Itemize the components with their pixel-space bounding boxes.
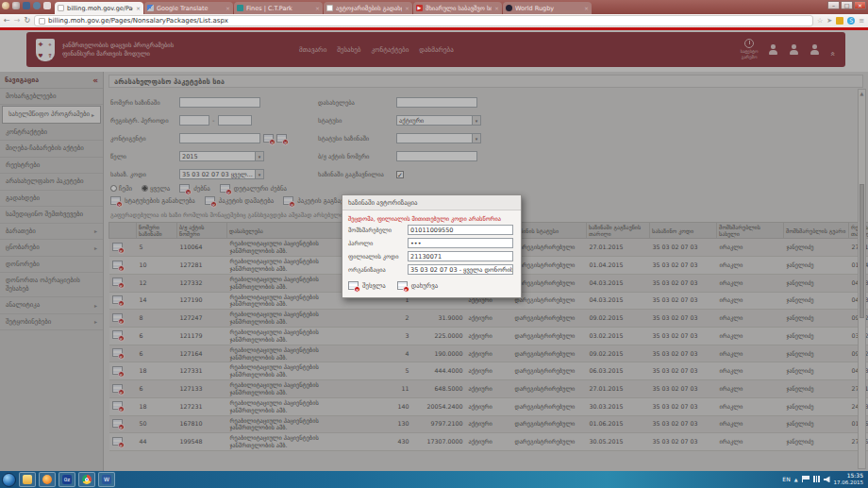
row-edit-cell[interactable]: × [109,362,137,380]
reload-button[interactable]: ↻ [24,16,30,25]
url-text[interactable]: billing.moh.gov.ge/Pages/NonsalaryPackag… [48,17,228,25]
clock[interactable]: 15:35 17.06.2015 [834,473,864,485]
menu-icon[interactable]: ≡ [859,17,864,25]
filter-input[interactable] [396,151,477,161]
search-button[interactable]: ×ძებნა [179,184,210,193]
table-row[interactable]: ×6127164რეაბილიტაციული პაციენტების ჯანმრ… [109,345,868,362]
collapse-header-icon[interactable]: « [828,51,838,57]
table-row[interactable]: ×6127133რეაბილიტაციული პაციენტების ჯანმრ… [109,380,868,398]
row-edit-cell[interactable]: × [109,310,137,328]
modal-field-input[interactable]: ••• [408,238,513,248]
close-modal-button[interactable]: ×დახურვა [397,281,438,290]
network-icon[interactable] [813,476,820,482]
sidebar-collapse-icon[interactable]: « [92,76,98,85]
filter-select[interactable]: 35 03 02 07 03 ყველ... [179,169,264,179]
nav-link[interactable]: დახმარება [419,46,453,54]
sidebar-item[interactable]: მოსარგებლეები [0,89,103,105]
action-button[interactable]: ×პაკეტის გაგზავნა [283,196,350,205]
nav-link[interactable]: მთავარი [299,46,326,54]
skype-extension-icon[interactable]: S [847,17,855,25]
sidebar-item[interactable]: კონტრაქტები [0,125,103,141]
radio-option[interactable]: ყველა [142,185,170,193]
sidebar-item[interactable]: გადახდები [0,191,103,207]
column-header[interactable] [109,223,137,239]
table-row[interactable]: ×50167810რეაბილიტაციული პაციენტების ჯანმ… [109,415,868,433]
close-button[interactable]: × [854,1,866,9]
nav-link[interactable]: შესახებ [337,46,360,54]
filter-select[interactable]: 2015 [179,151,264,161]
column-header[interactable]: მომხმარებლის გვარი [784,223,849,239]
filter-input-from[interactable] [179,115,209,126]
user-settings-icon[interactable] [789,44,799,55]
column-header[interactable]: სახაზინო კოდი [650,223,717,239]
taskbar-app-explorer[interactable] [19,472,36,487]
taskbar-app-oz[interactable]: 0z [58,472,75,487]
browser-tab[interactable]: ▶მხიარული საბავშვო სიმ...× [413,2,502,14]
filter-select[interactable]: აქტიური [396,115,481,126]
user-icon[interactable] [768,44,778,55]
clear-lookup-button[interactable]: × [276,134,287,143]
browser-tab[interactable]: Google Translate× [144,2,233,14]
filter-input[interactable] [179,133,260,143]
table-row[interactable]: ×6121179რეაბილიტაციული პაციენტების ჯანმრ… [109,327,868,345]
radio-icon[interactable] [110,185,117,192]
action-button[interactable]: ×სტატუსების განახლება [110,196,195,205]
bookmark-star-icon[interactable]: ☆ [817,17,823,25]
browser-tab[interactable]: billing.moh.gov.ge/Page...× [55,2,143,14]
filter-input-to[interactable] [218,115,252,126]
user-group-icon[interactable] [810,44,820,55]
sidebar-item[interactable]: რეესტრები [0,158,103,174]
address-bar[interactable]: billing.moh.gov.ge/Pages/NonsalaryPackag… [34,15,813,26]
modal-field-input[interactable]: 21130071 [408,251,513,261]
sidebar-item[interactable]: შეტყობინებები▸ [0,314,103,330]
scrollbar-thumb[interactable] [860,184,864,318]
table-row[interactable]: ×18127231რეაბილიტაციული პაციენტების ჯანმ… [109,397,868,415]
tab-close-icon[interactable]: × [315,5,320,11]
speaker-icon[interactable] [824,476,830,482]
column-header[interactable]: ნომერი ხაზინაში [137,223,177,239]
nav-link[interactable]: კონტაქტები [371,46,409,54]
row-edit-cell[interactable]: × [109,257,137,275]
column-header[interactable]: მომხმარებლის სახელი [717,223,784,239]
maximize-button[interactable]: □ [841,1,853,9]
row-edit-cell[interactable]: × [109,380,137,398]
language-indicator[interactable]: EN [782,476,790,482]
tab-close-icon[interactable]: × [584,5,589,11]
sidebar-item[interactable]: დონორთა ოპერაციების შესახებ [0,273,103,297]
row-edit-cell[interactable]: × [109,274,137,292]
table-row[interactable]: ×44199548რეაბილიტაციული პაციენტების ჯანმ… [109,433,868,451]
column-header[interactable]: დასახელება [227,223,353,239]
sidebar-item[interactable]: მიღება-ჩაბარების აქტები [0,141,103,157]
forward-button[interactable]: → [14,16,21,25]
tray-expand-icon[interactable]: ▲ [794,477,798,482]
sidebar-item[interactable]: სამედიცინო შემთხვევები [0,207,103,223]
radio-option[interactable]: ჩემი [110,185,132,193]
sidebar-item[interactable]: სახელმწიფო პროგრამები▸ [2,106,101,123]
taskbar-app-chrome[interactable] [78,472,95,487]
sidebar-item[interactable]: არასახელფასო პაკეტები [0,174,103,190]
scroll-up-icon[interactable]: ▲ [859,90,865,97]
tab-close-icon[interactable]: × [405,5,409,11]
table-row[interactable]: ×18127331რეაბილიტაციული პაციენტების ჯანმ… [109,362,868,380]
modal-field-input[interactable]: 35 03 02 07 03 - ყველა დონორის ტესტირებ [408,264,513,275]
filter-select[interactable] [396,133,481,143]
browser-tab[interactable]: ავტოჯარიმების გადახდა სა...× [324,2,412,14]
radio-icon[interactable] [142,185,148,192]
modal-field-input[interactable]: 01011009550 [408,225,513,235]
send-extension-icon[interactable]: ➤ [826,17,832,25]
column-header[interactable]: ხაზინაში გაგზავნის თარიღი [587,223,650,239]
login-button[interactable]: ×შესვლა [348,281,386,290]
advanced-search-button[interactable]: ×დეტალური ძებნა [220,184,287,193]
filter-checkbox[interactable]: ✓ [396,171,404,178]
action-button[interactable]: ×პაკეტის დამატება [205,196,274,205]
back-button[interactable]: ← [4,16,10,25]
row-edit-cell[interactable]: × [109,415,137,433]
lookup-button[interactable]: × [263,134,274,143]
tab-close-icon[interactable]: × [494,5,499,11]
sidebar-item[interactable]: ანალიტიკა▸ [0,297,103,313]
row-edit-cell[interactable]: × [109,239,137,257]
tab-close-icon[interactable]: × [136,5,141,11]
content-scrollbar[interactable]: ▲ [858,89,866,469]
filter-input[interactable] [179,97,260,108]
browser-tab[interactable]: Fines | C.T.Park× [234,2,323,14]
